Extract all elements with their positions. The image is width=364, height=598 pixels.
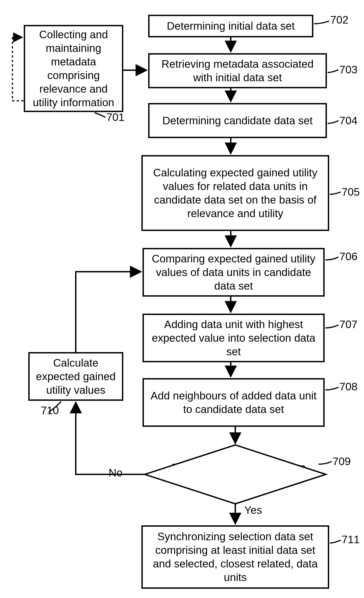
flowchart-stage: Collecting and maintaining metadata comp… — [0, 0, 364, 598]
arrow-709-no-to-710 — [76, 402, 145, 474]
ref-702: 702 — [330, 14, 348, 26]
box-706-text: Comparing expected gained utility values… — [148, 252, 319, 293]
box-703-retrieve-metadata: Retrieving metadata associated with init… — [148, 53, 327, 88]
box-707-text: Adding data unit with highest expected v… — [148, 318, 319, 358]
ref-707: 707 — [339, 318, 357, 331]
box-710-calculate-expected-utility: Calculate expected gained utility values — [28, 352, 123, 401]
box-710-text: Calculate expected gained utility values — [34, 356, 117, 397]
leader-707 — [325, 325, 339, 328]
leader-705 — [330, 192, 341, 194]
box-701-collect-maintain-metadata: Collecting and maintaining metadata comp… — [24, 25, 123, 112]
ref-710: 710 — [41, 404, 59, 417]
ref-708: 708 — [339, 380, 357, 393]
box-702-determine-initial-data-set: Determining initial data set — [148, 15, 313, 37]
leader-709 — [318, 461, 332, 464]
box-705-calc-expected-utility: Calculating expected gained utility valu… — [141, 155, 329, 231]
box-708-add-neighbours: Add neighbours of added data unit to can… — [143, 378, 325, 427]
leader-706 — [325, 257, 339, 260]
ref-704: 704 — [339, 114, 357, 127]
ref-705: 705 — [342, 186, 360, 198]
ref-709: 709 — [332, 455, 351, 468]
leader-711 — [330, 540, 341, 543]
box-702-text: Determining initial data set — [167, 19, 295, 33]
dotted-loop-701 — [12, 37, 24, 101]
edge-label-no: No — [109, 466, 122, 479]
leader-702 — [314, 21, 329, 24]
leader-703 — [328, 70, 339, 73]
decision-709-text: Predetermined end criterion reached? — [166, 461, 311, 488]
decision-709-end-criterion: Predetermined end criterion reached? — [166, 451, 311, 498]
box-711-synchronize-selection: Synchronizing selection data set compris… — [141, 525, 329, 589]
ref-701: 701 — [106, 111, 124, 123]
box-701-text: Collecting and maintaining metadata comp… — [30, 28, 117, 109]
ref-711: 711 — [342, 533, 360, 546]
edge-label-yes: Yes — [244, 504, 262, 516]
leader-701 — [95, 113, 105, 117]
arrow-710-to-706 — [76, 272, 141, 352]
box-711-text: Synchronizing selection data set compris… — [147, 530, 323, 584]
box-705-text: Calculating expected gained utility valu… — [147, 166, 323, 220]
box-704-determine-candidate-set: Determining candidate data set — [148, 103, 327, 138]
ref-703: 703 — [339, 63, 357, 76]
box-708-text: Add neighbours of added data unit to can… — [148, 389, 319, 416]
box-703-text: Retrieving metadata associated with init… — [154, 57, 321, 84]
box-704-text: Determining candidate data set — [162, 114, 313, 127]
box-706-compare-expected-values: Comparing expected gained utility values… — [143, 248, 325, 297]
leader-704 — [328, 121, 339, 123]
leader-708 — [325, 387, 339, 390]
ref-706: 706 — [339, 250, 357, 263]
box-707-add-highest-to-selection: Adding data unit with highest expected v… — [143, 314, 325, 362]
